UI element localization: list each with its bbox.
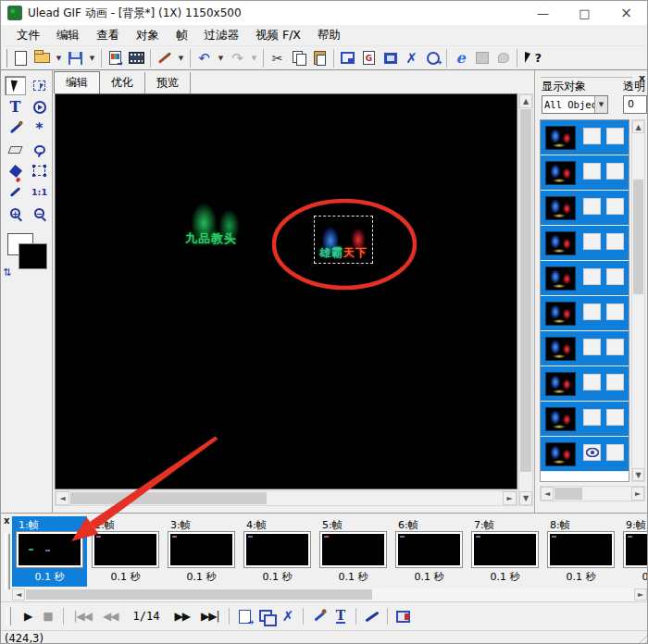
menu-help[interactable]: 帮助 [309, 26, 349, 45]
foreground-color-swatch[interactable] [19, 243, 47, 269]
delete-frame-button[interactable]: ✗ [277, 606, 298, 626]
show-checkbox[interactable] [583, 374, 601, 390]
tab-preview[interactable]: 预览 [145, 72, 191, 93]
object-vscroll-thumb[interactable] [633, 180, 643, 294]
paint-tool-button[interactable] [5, 118, 26, 138]
context-help-button[interactable]: ? [520, 48, 546, 68]
transparent-checkbox[interactable] [606, 303, 624, 320]
redo-dropdown[interactable]: ▼ [248, 48, 260, 68]
add-frame-button[interactable] [234, 606, 255, 626]
delete-object-button[interactable]: ✗ [401, 48, 422, 68]
new-button[interactable] [10, 48, 31, 68]
play-button[interactable]: ▶ [19, 610, 37, 623]
object-hscroll-thumb[interactable] [555, 488, 582, 500]
scroll-left-icon[interactable]: ◄ [541, 487, 554, 501]
export-frames-button[interactable] [393, 606, 414, 626]
add-to-bank-button[interactable] [380, 48, 401, 68]
frame-cell-6[interactable]: 6:帧 0.1 秒 [392, 516, 467, 587]
menu-object[interactable]: 对象 [128, 26, 168, 45]
tween-button[interactable] [308, 606, 330, 626]
show-checkbox[interactable] [583, 409, 601, 426]
next-frame-button[interactable]: ▶▶ [168, 610, 194, 623]
paste-button[interactable] [309, 48, 330, 68]
toolbar-grip[interactable] [4, 49, 7, 68]
swap-colors-icon[interactable]: ⇅ [3, 266, 11, 279]
banner-text-button[interactable]: T [330, 606, 351, 626]
select-tool-button[interactable] [5, 76, 26, 95]
transparent-checkbox[interactable] [606, 374, 624, 390]
object-filter-dropdown[interactable]: All Object: ▼ [542, 95, 608, 114]
menu-video-fx[interactable]: 视频 F/X [247, 26, 309, 45]
show-checkbox[interactable] [583, 198, 601, 215]
object-row[interactable] [541, 402, 629, 437]
menu-edit[interactable]: 编辑 [48, 26, 88, 45]
object-row[interactable] [541, 155, 629, 191]
open-dropdown[interactable]: ▼ [53, 48, 65, 68]
scroll-down-icon[interactable]: ▼ [632, 468, 644, 481]
object-row[interactable] [541, 120, 629, 155]
frame-cell-7[interactable]: 7:帧 0.1 秒 [467, 516, 542, 587]
lasso-tool-button[interactable] [29, 140, 50, 159]
zoom-out-tool-button[interactable]: − [29, 204, 50, 223]
object-row[interactable] [541, 366, 629, 402]
scroll-right-icon[interactable]: ► [631, 487, 644, 501]
timeline-hscrollbar[interactable]: ◄ ► [12, 588, 647, 601]
duplicate-frame-button[interactable] [255, 606, 277, 626]
object-row[interactable] [541, 191, 629, 226]
frame-cell-8[interactable]: 8:帧 0.1 秒 [543, 516, 618, 587]
save-dropdown[interactable]: ▼ [86, 48, 98, 68]
magic-select-tool-button[interactable]: * [29, 118, 50, 138]
eyedropper-tool-button[interactable] [5, 182, 26, 202]
text-tool-button[interactable]: T [5, 97, 26, 117]
transparent-checkbox[interactable] [606, 233, 624, 250]
edit-canvas[interactable]: 九品教头 雄霸天下 [55, 93, 517, 489]
timeline-hscroll-thumb[interactable] [26, 589, 372, 600]
menu-view[interactable]: 查看 [88, 26, 128, 45]
redo-button[interactable]: ↷ [227, 48, 248, 68]
maximize-button[interactable]: □ [564, 1, 605, 25]
transparent-checkbox[interactable] [606, 339, 624, 355]
minimize-button[interactable]: — [522, 1, 564, 25]
object-row[interactable] [541, 296, 629, 331]
undo-dropdown[interactable]: ▼ [215, 48, 227, 68]
scroll-down-icon[interactable]: ▼ [519, 491, 532, 505]
frame-cell-1[interactable]: 1:帧 0.1 秒 [12, 516, 87, 587]
transparent-checkbox[interactable] [606, 128, 624, 144]
scroll-left-icon[interactable]: ◄ [12, 588, 25, 601]
timeline-close-icon[interactable]: x [4, 515, 9, 526]
show-checkbox[interactable] [583, 268, 601, 285]
cut-button[interactable]: ✂ [267, 48, 288, 68]
eraser-tool-button[interactable] [5, 140, 26, 159]
open-button[interactable] [31, 48, 53, 68]
controls-grip[interactable] [6, 607, 11, 625]
canvas-vscrollbar[interactable]: ▲ ▼ [518, 93, 533, 506]
frame-cell-3[interactable]: 3:帧 0.1 秒 [164, 516, 239, 587]
transparent-checkbox[interactable] [606, 198, 624, 215]
object-row[interactable] [541, 437, 629, 472]
frame-cell-9[interactable]: 9:帧 0.1 秒 [619, 516, 648, 587]
frame-cell-4[interactable]: 4:帧 0.1 秒 [240, 516, 315, 587]
fill-tool-button[interactable] [5, 161, 26, 180]
gif-optimize-button[interactable]: G [358, 48, 380, 68]
vscroll-thumb[interactable] [520, 109, 531, 472]
transparent-checkbox[interactable] [606, 409, 624, 426]
scroll-right-icon[interactable]: ► [634, 588, 647, 601]
transform-tool-button[interactable] [29, 161, 50, 180]
wizard-button[interactable] [154, 48, 175, 68]
export-button[interactable] [422, 48, 443, 68]
show-checkbox[interactable] [583, 444, 601, 461]
copy-button[interactable] [288, 48, 309, 68]
show-checkbox[interactable] [583, 339, 601, 355]
object-row[interactable] [541, 331, 629, 366]
frame-properties-button[interactable] [337, 48, 358, 68]
scroll-up-icon[interactable]: ▲ [519, 94, 532, 108]
transparent-checkbox[interactable] [606, 268, 624, 285]
object-list-vscrollbar[interactable]: ▲ ▼ [631, 119, 645, 482]
show-checkbox[interactable] [583, 128, 601, 144]
close-button[interactable]: × [605, 1, 647, 25]
tab-optimize[interactable]: 优化 [100, 72, 145, 93]
zoom-in-tool-button[interactable]: + [5, 204, 26, 223]
last-frame-button[interactable]: ▶▶| [195, 610, 225, 623]
add-video-button[interactable] [126, 48, 147, 68]
hscroll-thumb[interactable] [70, 492, 267, 504]
